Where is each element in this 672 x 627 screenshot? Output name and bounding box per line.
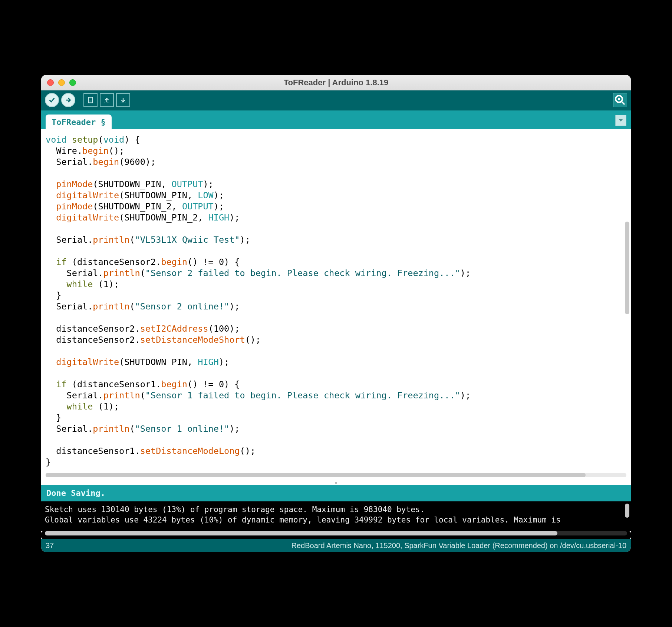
zoom-window-button[interactable] (69, 79, 76, 86)
check-icon (48, 96, 56, 104)
arrow-right-icon (64, 96, 72, 104)
arrow-down-icon (119, 96, 127, 104)
console-horizontal-scrollbar[interactable] (41, 531, 631, 539)
editor-horizontal-scrollbar[interactable] (46, 473, 626, 477)
magnifier-icon (613, 93, 627, 107)
verify-button[interactable] (45, 93, 59, 107)
close-window-button[interactable] (47, 79, 54, 86)
line-number-indicator: 37 (46, 541, 54, 550)
save-sketch-button[interactable] (116, 93, 130, 107)
titlebar: ToFReader | Arduino 1.8.19 (41, 75, 631, 90)
pane-resize-grip[interactable] (41, 481, 631, 485)
console-line: Global variables use 43224 bytes (10%) o… (45, 515, 565, 524)
open-sketch-button[interactable] (100, 93, 114, 107)
tab-bar: ToFReader § (41, 110, 631, 129)
toolbar (41, 90, 631, 110)
window-controls (47, 79, 76, 86)
console-vertical-scrollbar[interactable] (625, 504, 629, 518)
sketch-tab[interactable]: ToFReader § (46, 115, 112, 129)
code-editor[interactable]: void setup(void) { Wire.begin(); Serial.… (41, 129, 631, 468)
app-window: ToFReader | Arduino 1.8.19 (41, 75, 631, 552)
svg-line-7 (622, 102, 625, 105)
upload-button[interactable] (61, 93, 75, 107)
chevron-down-icon (618, 117, 624, 123)
minimize-window-button[interactable] (58, 79, 65, 86)
file-icon (86, 96, 95, 104)
svg-point-8 (618, 98, 620, 100)
tab-menu-button[interactable] (615, 115, 626, 126)
footer-bar: 37 RedBoard Artemis Nano, 115200, SparkF… (41, 539, 631, 552)
window-title: ToFReader | Arduino 1.8.19 (41, 78, 631, 87)
status-bar: Done Saving. (41, 485, 631, 501)
board-port-indicator: RedBoard Artemis Nano, 115200, SparkFun … (291, 541, 626, 550)
output-console[interactable]: Sketch uses 130140 bytes (13%) of progra… (41, 501, 631, 531)
console-line: Sketch uses 130140 bytes (13%) of progra… (45, 505, 425, 514)
editor-vertical-scrollbar[interactable] (625, 222, 629, 314)
arrow-up-icon (103, 96, 111, 104)
new-sketch-button[interactable] (83, 93, 98, 107)
serial-monitor-button[interactable] (613, 93, 627, 107)
